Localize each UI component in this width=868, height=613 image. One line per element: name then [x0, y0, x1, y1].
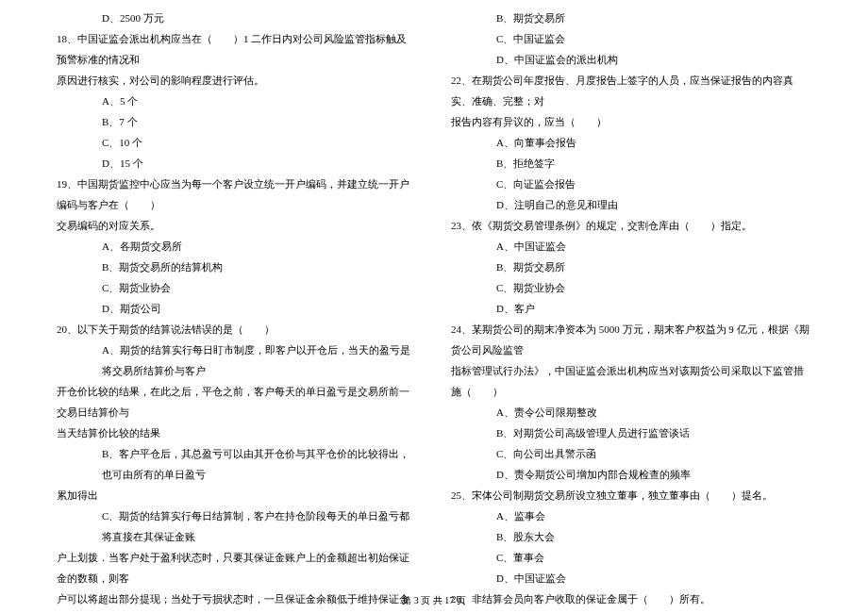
q20-option-a-line2: 开仓价比较的结果，在此之后，平仓之前，客户每天的单日盈亏是交易所前一交易日结算价…	[57, 381, 417, 422]
q19-option-a: A、各期货交易所	[57, 236, 417, 257]
q22-option-b: B、拒绝签字	[451, 153, 811, 174]
q25-option-c: C、董事会	[451, 547, 811, 568]
page-footer: 第 3 页 共 17 页	[0, 594, 868, 607]
q22-option-a: A、向董事会报告	[451, 132, 811, 153]
q18-option-b: B、7 个	[57, 111, 417, 132]
q21-option-b: B、期货交易所	[451, 8, 811, 28]
q18-option-d: D、15 个	[57, 153, 417, 174]
q23-option-a: A、中国证监会	[451, 236, 811, 257]
q18-option-a: A、5 个	[57, 91, 417, 111]
q19-option-d: D、期货公司	[57, 298, 417, 319]
q17-option-d: D、2500 万元	[57, 8, 417, 28]
left-column: D、2500 万元 18、中国证监会派出机构应当在（ ）1 二作日内对公司风险监…	[19, 8, 434, 589]
q20-option-b-line2: 累加得出	[57, 485, 417, 505]
q22-option-c: C、向证监会报告	[451, 174, 811, 194]
q20-option-c-line2: 户上划拨．当客户处于盈利状态时，只要其保证金账户上的金额超出初始保证金的数额，则…	[57, 547, 417, 588]
q20-option-a-line1: A、期货的结算实行每日盯市制度，即客户以开仓后，当天的盈亏是将交易所结算价与客户	[57, 340, 417, 381]
q25-text-line1: 25、宋体公司制期货交易所设立独立董事，独立董事由（ ）提名。	[451, 485, 811, 505]
q24-option-b: B、对期货公司高级管理人员进行监管谈话	[451, 422, 811, 443]
q20-text-line1: 20、以下关于期货的结算说法错误的是（ ）	[57, 319, 417, 340]
q21-option-d: D、中国证监会的派出机构	[451, 49, 811, 70]
q24-option-c: C、向公司出具警示函	[451, 443, 811, 464]
q23-option-d: D、客户	[451, 298, 811, 319]
q19-text-line1: 19、中国期货监控中心应当为每一个客户设立统一开户编码，并建立统一开户编码与客户…	[57, 174, 417, 215]
q22-text-line2: 报告内容有异议的，应当（ ）	[451, 111, 811, 132]
q18-option-c: C、10 个	[57, 132, 417, 153]
q23-option-b: B、期货交易所	[451, 257, 811, 277]
q25-option-a: A、监事会	[451, 505, 811, 526]
q21-option-c: C、中国证监会	[451, 28, 811, 49]
q19-option-c: C、期货业协会	[57, 277, 417, 298]
q19-option-b: B、期货交易所的结算机构	[57, 257, 417, 277]
right-column: B、期货交易所 C、中国证监会 D、中国证监会的派出机构 22、在期货公司年度报…	[434, 8, 849, 589]
page-container: D、2500 万元 18、中国证监会派出机构应当在（ ）1 二作日内对公司风险监…	[0, 0, 868, 613]
q20-option-b-line1: B、客户平仓后，其总盈亏可以由其开仓价与其平仓价的比较得出，也可由所有的单日盈亏	[57, 443, 417, 485]
q24-option-a: A、责令公司限期整改	[451, 402, 811, 422]
q20-option-c-line1: C、期货的结算实行每日结算制，客户在持仓阶段每天的单日盈亏都将直接在其保证金账	[57, 505, 417, 547]
q18-text-line1: 18、中国证监会派出机构应当在（ ）1 二作日内对公司风险监管指标触及预警标准的…	[57, 28, 417, 70]
q24-text-line1: 24、某期货公司的期末净资本为 5000 万元，期末客户权益为 9 亿元，根据《…	[451, 319, 811, 360]
q25-option-d: D、中国证监会	[451, 568, 811, 588]
q24-text-line2: 指标管理试行办法》，中国证监会派出机构应当对该期货公司采取以下监管措施（ ）	[451, 360, 811, 402]
q24-option-d: D、责令期货公司增加内部合规检查的频率	[451, 464, 811, 485]
q19-text-line2: 交易编码的对应关系。	[57, 215, 417, 236]
q22-option-d: D、注明自己的意见和理由	[451, 194, 811, 215]
q18-text-line2: 原因进行核实，对公司的影响程度进行评估。	[57, 70, 417, 91]
q23-text-line1: 23、依《期货交易管理条例》的规定，交割仓库由（ ）指定。	[451, 215, 811, 236]
q23-option-c: C、期货业协会	[451, 277, 811, 298]
q20-option-a-line3: 当天结算价比较的结果	[57, 422, 417, 443]
q25-option-b: B、股东大会	[451, 526, 811, 547]
q22-text-line1: 22、在期货公司年度报告、月度报告上签字的人员，应当保证报告的内容真实、准确、完…	[451, 70, 811, 111]
